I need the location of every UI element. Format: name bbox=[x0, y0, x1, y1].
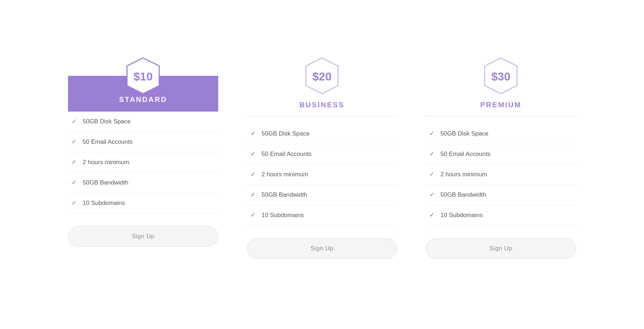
feature-text: 50 Email Accounts bbox=[83, 138, 133, 146]
check-icon: ✓ bbox=[250, 191, 255, 198]
check-icon: ✓ bbox=[72, 179, 76, 186]
check-icon: ✓ bbox=[72, 138, 76, 145]
list-item: ✓ 50 Email Accounts bbox=[68, 132, 218, 152]
feature-text: 10 Subdomains bbox=[440, 212, 483, 219]
price-standard: $10 bbox=[133, 70, 152, 83]
feature-text: 50GB Disk Space bbox=[262, 130, 309, 137]
price-business: $20 bbox=[312, 70, 331, 83]
features-list-premium: ✓ 50GB Disk Space ✓ 50 Email Accounts ✓ … bbox=[426, 124, 576, 226]
signup-button-business[interactable]: Sign Up bbox=[247, 238, 397, 259]
check-icon: ✓ bbox=[250, 212, 255, 218]
pricing-card-business: $20 BUSINESS ✓ 50GB Disk Space ✓ 50 Emai… bbox=[233, 56, 411, 273]
pricing-card-standard: $10 STANDARD ✓ 50GB Disk Space ✓ 50 Emai… bbox=[54, 56, 233, 261]
feature-text: 50GB Disk Space bbox=[440, 130, 488, 137]
feature-text: 50GB Bandwidth bbox=[440, 191, 486, 198]
feature-text: 50 Email Accounts bbox=[440, 151, 491, 158]
feature-text: 10 Subdomains bbox=[83, 200, 125, 207]
check-icon: ✓ bbox=[429, 171, 434, 178]
list-item: ✓ 50GB Disk Space bbox=[426, 124, 576, 144]
list-item: ✓ 50GB Bandwidth bbox=[68, 173, 218, 193]
divider-premium bbox=[426, 116, 576, 117]
business-header: $20 BUSINESS bbox=[247, 56, 397, 109]
plan-name-business: BUSINESS bbox=[299, 101, 345, 109]
signup-button-standard[interactable]: Sign Up bbox=[68, 226, 218, 247]
check-icon: ✓ bbox=[429, 151, 434, 157]
hexagon-standard: $10 bbox=[123, 56, 163, 95]
signup-button-premium[interactable]: Sign Up bbox=[426, 238, 576, 259]
premium-header: $30 PREMIUM bbox=[426, 56, 576, 109]
feature-text: 2 hours minimum bbox=[83, 159, 129, 166]
hexagon-premium: $30 bbox=[481, 56, 521, 95]
check-icon: ✓ bbox=[72, 118, 76, 125]
list-item: ✓ 10 Subdomains bbox=[247, 205, 397, 226]
list-item: ✓ 2 hours minimum bbox=[68, 152, 218, 173]
list-item: ✓ 2 hours minimum bbox=[247, 164, 397, 185]
list-item: ✓ 2 hours minimum bbox=[426, 164, 576, 185]
check-icon: ✓ bbox=[250, 151, 255, 157]
hexagon-business: $20 bbox=[302, 56, 342, 95]
check-icon: ✓ bbox=[72, 200, 76, 206]
feature-text: 50GB Disk Space bbox=[83, 118, 131, 125]
check-icon: ✓ bbox=[250, 130, 255, 137]
check-icon: ✓ bbox=[429, 191, 434, 198]
pricing-container: $10 STANDARD ✓ 50GB Disk Space ✓ 50 Emai… bbox=[36, 35, 608, 295]
list-item: ✓ 50GB Disk Space bbox=[247, 124, 397, 144]
features-list-business: ✓ 50GB Disk Space ✓ 50 Email Accounts ✓ … bbox=[247, 124, 397, 226]
feature-text: 50GB Bandwidth bbox=[83, 179, 128, 186]
divider-business bbox=[247, 116, 397, 117]
features-list-standard: ✓ 50GB Disk Space ✓ 50 Email Accounts ✓ … bbox=[68, 112, 218, 213]
feature-text: 2 hours minimum bbox=[440, 171, 487, 178]
plan-name-premium: PREMIUM bbox=[480, 101, 521, 109]
pricing-card-premium: $30 PREMIUM ✓ 50GB Disk Space ✓ 50 Email… bbox=[411, 56, 590, 273]
feature-text: 2 hours minimum bbox=[262, 171, 308, 178]
feature-text: 50GB Bandwidth bbox=[262, 191, 307, 198]
feature-text: 50 Email Accounts bbox=[262, 151, 312, 158]
check-icon: ✓ bbox=[72, 159, 76, 166]
list-item: ✓ 10 Subdomains bbox=[68, 193, 218, 213]
check-icon: ✓ bbox=[429, 212, 434, 218]
check-icon: ✓ bbox=[250, 171, 255, 178]
list-item: ✓ 10 Subdomains bbox=[426, 205, 576, 226]
standard-header-wrapper: $10 STANDARD bbox=[68, 56, 218, 112]
list-item: ✓ 50 Email Accounts bbox=[247, 144, 397, 164]
list-item: ✓ 50GB Disk Space bbox=[68, 112, 218, 132]
price-premium: $30 bbox=[491, 70, 510, 83]
feature-text: 10 Subdomains bbox=[262, 212, 304, 219]
check-icon: ✓ bbox=[429, 130, 434, 137]
list-item: ✓ 50 Email Accounts bbox=[426, 144, 576, 164]
list-item: ✓ 50GB Bandwidth bbox=[247, 185, 397, 205]
list-item: ✓ 50GB Bandwidth bbox=[426, 185, 576, 205]
plan-name-standard: STANDARD bbox=[119, 95, 167, 104]
